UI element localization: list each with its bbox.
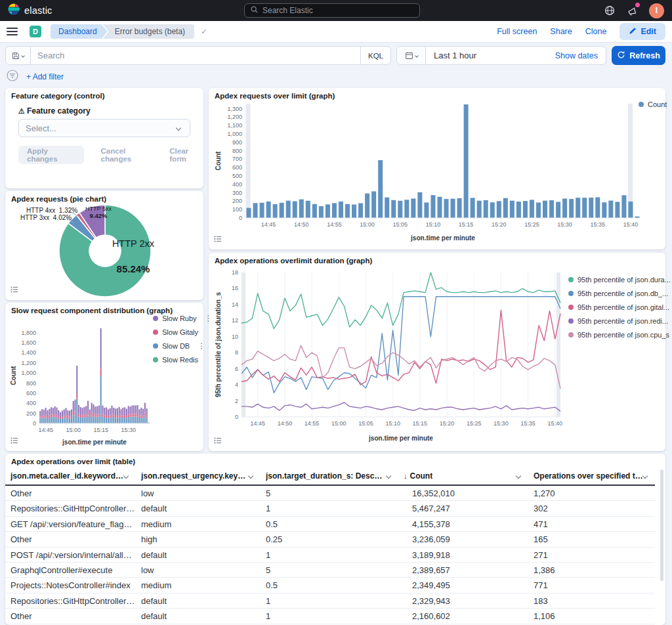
panel-legend-toggle-icon[interactable]: [10, 284, 18, 296]
calendar-menu-button[interactable]: [397, 47, 426, 64]
chevron-down-icon: [21, 54, 25, 58]
svg-text:Count: Count: [10, 366, 17, 385]
refresh-button[interactable]: Refresh: [612, 46, 665, 65]
saved-query-menu-button[interactable]: [6, 47, 31, 64]
legend-dot: [568, 332, 574, 337]
table-row: GET /api/:version/feature_flags/unleash.…: [5, 517, 655, 532]
svg-text:14:50: 14:50: [294, 221, 309, 228]
svg-text:15:30: 15:30: [494, 420, 509, 427]
kql-language-button[interactable]: KQL: [360, 47, 390, 64]
svg-text:200: 200: [232, 198, 242, 204]
user-avatar[interactable]: I: [649, 3, 664, 18]
legend-item[interactable]: Slow Gitaly⋮: [153, 325, 201, 339]
panel-slow-request-distribution: Slow request component distribution (gra…: [5, 303, 203, 451]
edit-button[interactable]: Edit: [620, 23, 665, 40]
global-search-placeholder: Search Elastic: [262, 6, 313, 15]
legend-label: 95th percentile of json.cpu_s: [578, 331, 669, 339]
legend-item[interactable]: 95th percentile of json.redi...: [568, 314, 664, 328]
legend-dot: [568, 318, 574, 324]
panel-legend-toggle-icon[interactable]: [214, 234, 222, 246]
svg-text:800: 800: [26, 380, 36, 387]
column-header[interactable]: Operations over specified threshold...: [528, 467, 655, 485]
table-cell: medium: [136, 578, 261, 592]
table-cell: 471: [528, 517, 655, 531]
show-dates-button[interactable]: Show dates: [555, 51, 606, 60]
full-screen-button[interactable]: Full screen: [497, 27, 537, 36]
panel-legend-toggle-icon[interactable]: [214, 435, 222, 447]
svg-text:15:25: 15:25: [524, 221, 539, 228]
column-header-count[interactable]: ↓ Count: [398, 467, 528, 485]
legend-menu-icon[interactable]: ⋮: [194, 341, 205, 351]
table-row: Otherlow516,352,0101,270: [5, 486, 655, 501]
query-input[interactable]: Search KQL: [5, 46, 391, 65]
clone-button[interactable]: Clone: [585, 27, 607, 36]
breadcrumb-current: Error budgets (beta): [103, 24, 194, 39]
table-row: Otherhigh0.253,236,059165: [5, 532, 655, 547]
svg-text:400: 400: [232, 181, 242, 188]
space-badge[interactable]: D: [30, 26, 41, 37]
bar-chart-legend[interactable]: Count: [639, 100, 667, 108]
legend-item[interactable]: 95th percentile of json.dura...: [568, 272, 664, 286]
svg-text:json.time per minute: json.time per minute: [410, 234, 475, 242]
menu-hamburger-icon[interactable]: [7, 28, 18, 35]
svg-text:0: 0: [235, 414, 238, 420]
search-icon: [251, 6, 258, 15]
time-picker[interactable]: Last 1 hour Show dates: [396, 46, 606, 65]
elastic-brand[interactable]: elastic: [8, 3, 52, 18]
column-header[interactable]: json.target_duration_s: Descending: [261, 467, 398, 485]
table-row: Repositories::GitHttpController#git_upl.…: [5, 593, 655, 609]
panel-title: Apdex requests over limit (graph): [215, 92, 335, 100]
panel-legend-toggle-icon[interactable]: [10, 435, 18, 447]
cancel-changes-button[interactable]: Cancel changes: [101, 147, 153, 163]
legend-item[interactable]: Slow Ruby⋮: [153, 311, 201, 325]
time-range-value[interactable]: Last 1 hour: [426, 51, 555, 60]
feature-category-select[interactable]: Select...: [18, 119, 190, 137]
table-cell: 5: [261, 486, 398, 500]
table-row: Repositories::GitHttpController#info_ref…: [5, 501, 655, 516]
legend-item[interactable]: Slow Redis⋮: [153, 353, 201, 366]
table-cell: low: [136, 563, 261, 577]
notification-dot: [635, 3, 640, 7]
svg-text:14:45: 14:45: [261, 221, 276, 228]
chevron-down-icon: [248, 473, 253, 479]
svg-text:json.time per minute: json.time per minute: [62, 439, 127, 446]
breadcrumb-dashboard[interactable]: Dashboard: [51, 24, 108, 39]
column-header[interactable]: json.request_urgency.keyword: Des...: [136, 467, 261, 485]
legend-dot: [568, 277, 574, 282]
table-row: Projects::NotesController#indexmedium0.5…: [5, 578, 655, 593]
chevron-down-icon: [642, 473, 648, 479]
table-cell: default: [136, 593, 261, 608]
share-button[interactable]: Share: [550, 27, 572, 36]
help-globe-icon[interactable]: [603, 4, 616, 17]
clear-form-button[interactable]: Clear form: [169, 147, 203, 163]
newsfeed-icon[interactable]: [626, 4, 639, 17]
svg-text:15:00: 15:00: [331, 420, 346, 427]
legend-item[interactable]: 95th percentile of json.cpu_s: [568, 328, 664, 341]
table-cell: Other: [5, 486, 136, 500]
column-header[interactable]: json.meta.caller_id.keyword: Desce...: [5, 467, 136, 485]
table-cell: 1: [261, 593, 398, 608]
svg-text:200: 200: [26, 410, 36, 417]
global-search-input[interactable]: Search Elastic: [244, 3, 420, 18]
table-cell: high: [136, 532, 261, 546]
legend-item[interactable]: 95th percentile of json.gital...: [568, 300, 664, 314]
table-cell: 16,352,010: [398, 486, 528, 500]
apply-changes-button[interactable]: Apply changes: [18, 146, 84, 164]
svg-text:1,800: 1,800: [21, 330, 36, 336]
legend-item[interactable]: 95th percentile of json.db_...: [568, 286, 664, 300]
legend-label: Slow Gitaly: [162, 328, 198, 336]
filter-menu-icon[interactable]: [7, 70, 18, 84]
add-filter-button[interactable]: + Add filter: [26, 72, 64, 81]
stacked-chart-svg: 02004006008001,0001,2001,4001,6001,80014…: [8, 313, 160, 448]
table-cell: 0.5: [261, 578, 398, 592]
table-scrollbar[interactable]: [660, 469, 663, 581]
legend-item[interactable]: Slow DB⋮: [153, 339, 201, 353]
svg-text:14:45: 14:45: [250, 420, 265, 427]
legend-label: 95th percentile of json.dura...: [578, 276, 671, 284]
toolbar-actions: Full screen Share Clone Edit: [497, 23, 665, 40]
table-cell: 2,329,943: [398, 593, 528, 608]
svg-text:15:05: 15:05: [393, 221, 408, 228]
table-cell: Repositories::GitHttpController#git_upl.…: [5, 593, 136, 608]
svg-text:2: 2: [235, 398, 238, 404]
legend-label: 95th percentile of json.db_...: [578, 290, 668, 297]
